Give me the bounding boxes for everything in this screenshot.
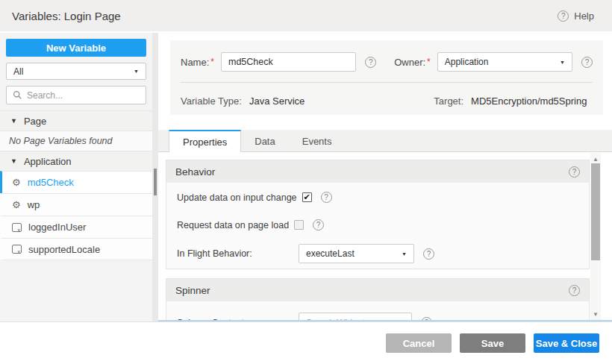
dialog-footer: Cancel Save Save & Close bbox=[0, 321, 612, 364]
variable-type-value: Java Service bbox=[249, 95, 305, 107]
detail-tabbar: Properties Data Events bbox=[158, 130, 612, 152]
search-input[interactable] bbox=[27, 90, 140, 101]
type-target-row: Variable Type: Java Service Target: MD5E… bbox=[181, 91, 593, 110]
tree-item-label: loggedInUser bbox=[28, 222, 86, 233]
save-and-close-button[interactable]: Save & Close bbox=[534, 333, 599, 353]
chevron-down-icon: ▼ bbox=[10, 157, 17, 165]
new-variable-button[interactable]: New Variable bbox=[6, 39, 146, 57]
variable-type-label: Variable Type: bbox=[181, 95, 242, 107]
variable-summary-card: Name:* ? Owner:* Application ▼ ? Variabl… bbox=[170, 40, 603, 115]
owner-help-icon[interactable]: ? bbox=[581, 57, 593, 68]
tab-events[interactable]: Events bbox=[289, 130, 346, 151]
request-data-checkbox[interactable]: ✔ bbox=[294, 220, 304, 230]
tree-item-wp[interactable]: ⚙ wp bbox=[0, 193, 152, 216]
update-data-row: Update data on input change ✔ ? bbox=[177, 192, 578, 203]
chevron-down-icon: ▼ bbox=[10, 117, 17, 125]
tree-item-loggedinuser[interactable]: x loggedInUser bbox=[0, 216, 152, 238]
variable-search-box[interactable] bbox=[6, 86, 146, 104]
tree-group-application[interactable]: ▼ Application bbox=[0, 151, 152, 171]
tab-label: Events bbox=[302, 136, 332, 147]
scroll-down-icon[interactable]: ▼ bbox=[590, 310, 601, 318]
variable-filter-select[interactable]: All ▼ bbox=[6, 63, 146, 80]
variables-sidebar: New Variable All ▼ ▼ Page No Page Variab… bbox=[0, 33, 152, 321]
behavior-section-title: Behavior bbox=[175, 166, 215, 178]
name-label: Name: bbox=[181, 57, 209, 68]
target-label: Target: bbox=[434, 95, 463, 107]
in-flight-label: In Flight Behavior: bbox=[177, 248, 299, 259]
tab-properties[interactable]: Properties bbox=[169, 130, 241, 152]
search-icon bbox=[13, 90, 22, 100]
page-variables-empty-message: No Page Variables found bbox=[0, 131, 152, 151]
cancel-button[interactable]: Cancel bbox=[386, 333, 452, 353]
request-data-label: Request data on page load bbox=[177, 220, 289, 230]
owner-label: Owner: bbox=[394, 57, 425, 68]
required-asterisk: * bbox=[427, 57, 431, 67]
tree-item-md5check[interactable]: ⚙ md5Check bbox=[0, 171, 152, 193]
spinner-section-title: Spinner bbox=[175, 285, 210, 296]
page-title: Variables: Login Page bbox=[12, 10, 121, 22]
tab-label: Data bbox=[255, 136, 275, 147]
request-data-row: Request data on page load ✔ ? bbox=[177, 219, 578, 230]
static-variable-x: x bbox=[18, 249, 21, 254]
update-data-help-icon[interactable]: ? bbox=[321, 192, 332, 203]
tree-group-label: Application bbox=[24, 156, 72, 167]
service-variable-icon: ⚙ bbox=[12, 200, 21, 210]
properties-panel: Behavior ? Update data on input change ✔… bbox=[158, 153, 612, 321]
help-label: Help bbox=[574, 10, 594, 22]
sidebar-scrollbar-thumb[interactable] bbox=[154, 169, 157, 195]
variables-tree: ▼ Page No Page Variables found ▼ Applica… bbox=[0, 110, 152, 260]
scroll-up-icon[interactable]: ▲ bbox=[590, 154, 601, 163]
variable-filter-value: All bbox=[13, 66, 23, 77]
owner-select[interactable]: Application ▼ bbox=[437, 52, 572, 72]
name-help-icon[interactable]: ? bbox=[365, 57, 376, 68]
spinner-context-select[interactable]: Search Widgets bbox=[299, 313, 412, 321]
in-flight-value: executeLast bbox=[306, 248, 355, 259]
card-divider bbox=[181, 82, 593, 83]
help-icon: ? bbox=[558, 10, 569, 22]
tree-item-supportedlocale[interactable]: x supportedLocale bbox=[0, 238, 152, 260]
request-data-help-icon[interactable]: ? bbox=[313, 219, 324, 230]
tree-group-page[interactable]: ▼ Page bbox=[0, 110, 152, 131]
tab-label: Properties bbox=[183, 136, 227, 148]
service-variable-icon: ⚙ bbox=[12, 178, 21, 187]
name-owner-row: Name:* ? Owner:* Application ▼ ? bbox=[181, 52, 593, 72]
tab-data[interactable]: Data bbox=[241, 130, 288, 151]
save-button[interactable]: Save bbox=[460, 333, 525, 353]
static-variable-icon: x bbox=[12, 245, 22, 254]
owner-value: Application bbox=[445, 57, 489, 67]
static-variable-icon: x bbox=[12, 223, 22, 232]
spinner-section: Spinner ? Spinner Context: Search Widget… bbox=[166, 278, 590, 321]
name-input[interactable] bbox=[221, 52, 356, 72]
update-data-checkbox[interactable]: ✔ bbox=[302, 192, 312, 202]
tree-item-label: wp bbox=[28, 199, 40, 210]
update-data-label: Update data on input change bbox=[177, 192, 297, 203]
tree-item-label: supportedLocale bbox=[28, 244, 100, 255]
behavior-section-header: Behavior ? bbox=[166, 160, 589, 183]
check-icon: ✔ bbox=[303, 193, 310, 201]
required-asterisk: * bbox=[210, 57, 214, 67]
in-flight-row: In Flight Behavior: executeLast ▼ ? bbox=[177, 244, 578, 263]
tree-group-label: Page bbox=[24, 116, 46, 127]
in-flight-select[interactable]: executeLast ▼ bbox=[299, 244, 414, 263]
tree-item-label: md5Check bbox=[28, 177, 74, 188]
behavior-section: Behavior ? Update data on input change ✔… bbox=[166, 160, 590, 269]
behavior-help-icon[interactable]: ? bbox=[569, 166, 580, 178]
spinner-section-header: Spinner ? bbox=[166, 279, 589, 301]
variables-dialog: Variables: Login Page ? Help New Variabl… bbox=[0, 0, 612, 364]
properties-scrollbar[interactable]: ▲ ▼ bbox=[590, 153, 601, 320]
help-button[interactable]: ? Help bbox=[558, 10, 594, 22]
variable-detail-panel: Name:* ? Owner:* Application ▼ ? Variabl… bbox=[158, 33, 612, 321]
static-variable-x: x bbox=[18, 228, 21, 233]
target-value: MD5Encryption/md5Spring bbox=[471, 95, 587, 107]
chevron-down-icon: ▼ bbox=[134, 69, 139, 74]
chevron-down-icon: ▼ bbox=[560, 60, 565, 65]
spinner-context-row: Spinner Context: Search Widgets ? bbox=[177, 313, 578, 321]
dialog-titlebar: Variables: Login Page ? Help bbox=[0, 0, 612, 31]
spinner-help-icon[interactable]: ? bbox=[569, 285, 580, 296]
properties-scrollbar-thumb[interactable] bbox=[591, 163, 600, 260]
sidebar-scrollbar[interactable] bbox=[152, 33, 158, 321]
chevron-down-icon: ▼ bbox=[402, 251, 407, 257]
in-flight-help-icon[interactable]: ? bbox=[423, 248, 434, 260]
